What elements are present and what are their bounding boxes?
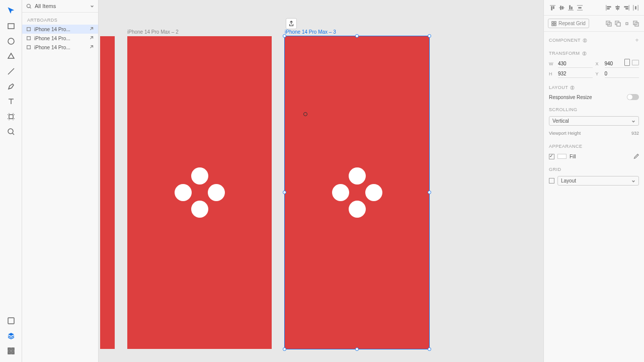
viewport-height-row: Viewport Height 932	[544, 128, 644, 139]
orientation-portrait-icon[interactable]	[624, 59, 630, 66]
fill-label: Fill	[570, 154, 576, 159]
boolean-exclude-icon[interactable]	[632, 20, 640, 28]
repeat-grid-row: Repeat Grid	[544, 16, 644, 32]
grid-value: Layout	[561, 178, 576, 184]
scrolling-header: SCROLLING	[544, 102, 644, 114]
artboard-2[interactable]: iPhone 14 Pro Max – 2	[127, 36, 272, 349]
external-icon[interactable]	[89, 35, 94, 41]
resize-handle[interactable]	[428, 34, 431, 38]
artboard-name: iPhone 14 Pro...	[34, 27, 86, 32]
dot[interactable]	[349, 167, 366, 185]
artboard-tool[interactable]	[4, 110, 18, 124]
height-input[interactable]	[558, 70, 593, 78]
align-left-icon[interactable]	[604, 3, 613, 12]
svg-point-23	[585, 39, 585, 39]
width-input[interactable]	[558, 60, 593, 68]
x-label: X	[596, 61, 602, 66]
eyedropper-icon[interactable]	[633, 153, 639, 160]
layers-tab[interactable]	[4, 329, 18, 343]
svg-rect-10	[27, 28, 31, 31]
artboard-item[interactable]: iPhone 14 Pro...	[22, 43, 98, 52]
boolean-subtract-icon[interactable]	[614, 20, 622, 28]
text-tool[interactable]	[4, 95, 18, 109]
resize-handle[interactable]	[283, 34, 286, 38]
orientation-landscape-icon[interactable]	[632, 60, 639, 65]
info-icon[interactable]	[583, 38, 587, 43]
align-right-icon[interactable]	[622, 3, 631, 12]
external-icon[interactable]	[89, 26, 94, 32]
artboard-label[interactable]: iPhone 14 Pro Max – 2	[127, 29, 179, 35]
svg-rect-27	[584, 53, 585, 55]
width-label: W	[549, 61, 555, 66]
canvas[interactable]: iPhone 14 Pro Max – 2 iPhone 14 Pro Max …	[99, 0, 543, 362]
artboard-label[interactable]: iPhone 14 Pro Max – 3	[285, 29, 336, 35]
line-tool[interactable]	[4, 64, 18, 78]
fill-swatch[interactable]	[557, 154, 567, 159]
info-icon[interactable]	[582, 51, 587, 56]
grid-dropdown[interactable]: Layout	[557, 176, 639, 186]
resize-handle[interactable]	[355, 347, 359, 351]
dot[interactable]	[349, 201, 366, 218]
svg-point-9	[27, 4, 30, 8]
align-top-icon[interactable]	[548, 3, 557, 12]
svg-point-1	[8, 38, 14, 44]
appearance-header: APPEARANCE	[544, 139, 644, 151]
dot-group[interactable]	[175, 167, 225, 218]
info-icon[interactable]	[570, 85, 575, 90]
layout-header: LAYOUT	[544, 80, 644, 92]
polygon-tool[interactable]	[4, 49, 18, 63]
dot[interactable]	[191, 201, 208, 218]
dot[interactable]	[365, 184, 382, 201]
viewport-height-value: 932	[631, 131, 639, 136]
svg-point-3	[8, 129, 13, 134]
assets-tab[interactable]	[4, 314, 18, 328]
dot[interactable]	[332, 184, 349, 201]
scrolling-dropdown[interactable]: Vertical	[549, 116, 639, 126]
resize-handle[interactable]	[428, 347, 431, 351]
boolean-intersect-icon[interactable]	[623, 20, 631, 28]
artboard-item[interactable]: iPhone 14 Pro...	[22, 25, 98, 34]
svg-rect-20	[617, 23, 620, 26]
grid-checkbox[interactable]	[549, 178, 554, 184]
distribute-v-icon[interactable]	[575, 3, 584, 12]
add-component-button[interactable]: +	[635, 37, 639, 44]
pen-tool[interactable]	[4, 79, 18, 94]
align-bottom-icon[interactable]	[566, 3, 575, 12]
plugins-tab[interactable]	[4, 344, 18, 358]
svg-rect-11	[27, 37, 31, 40]
align-hcenter-icon[interactable]	[613, 3, 622, 12]
svg-rect-4	[8, 318, 14, 324]
distribute-h-icon[interactable]	[631, 3, 640, 12]
resize-handle[interactable]	[283, 191, 286, 194]
y-input[interactable]	[605, 70, 639, 78]
boolean-add-icon[interactable]	[605, 20, 613, 28]
chevron-down-icon	[90, 4, 94, 8]
repeat-grid-button[interactable]: Repeat Grid	[548, 19, 589, 28]
search-dropdown[interactable]: All Items	[35, 3, 94, 9]
artboard-3[interactable]: iPhone 14 Pro Max – 3	[285, 36, 429, 349]
rectangle-tool[interactable]	[4, 19, 18, 33]
transform-header: TRANSFORM	[544, 46, 644, 58]
resize-handle[interactable]	[283, 347, 286, 351]
dot[interactable]	[191, 167, 208, 185]
align-row	[544, 0, 644, 16]
dot[interactable]	[208, 184, 225, 201]
search-label: All Items	[35, 3, 56, 9]
responsive-toggle[interactable]	[627, 94, 639, 100]
select-tool[interactable]	[4, 4, 18, 18]
resize-handle[interactable]	[355, 34, 359, 38]
artboard-item[interactable]: iPhone 14 Pro...	[22, 34, 98, 43]
align-vcenter-icon[interactable]	[557, 3, 566, 12]
search-row[interactable]: All Items	[22, 0, 98, 13]
share-button[interactable]	[286, 18, 297, 29]
ellipse-tool[interactable]	[4, 34, 18, 48]
dot-group[interactable]	[332, 167, 382, 218]
zoom-tool[interactable]	[4, 125, 18, 139]
artboard-name: iPhone 14 Pro...	[34, 45, 86, 50]
fill-checkbox[interactable]	[549, 154, 554, 159]
dot[interactable]	[175, 184, 192, 201]
artboard-1[interactable]	[100, 36, 115, 349]
external-icon[interactable]	[89, 44, 94, 50]
resize-handle[interactable]	[428, 191, 431, 194]
svg-rect-21	[626, 23, 628, 25]
